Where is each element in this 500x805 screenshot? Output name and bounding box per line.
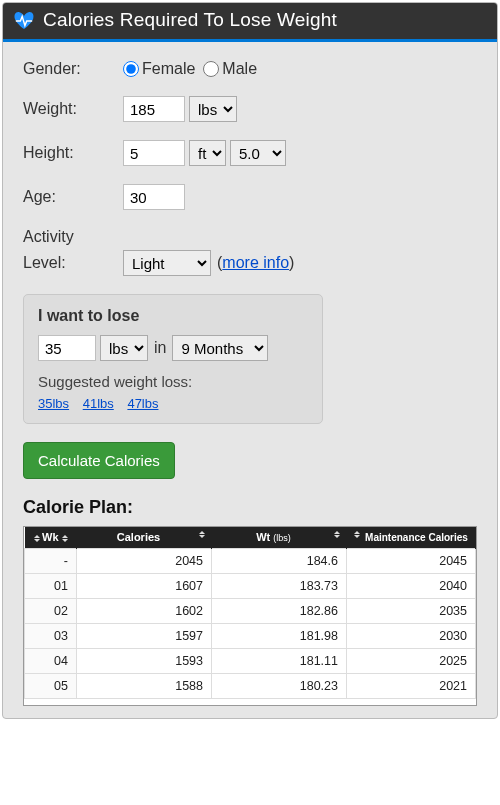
table-cell-wt: 184.6 <box>212 548 347 573</box>
heartbeat-icon <box>13 10 35 30</box>
gender-male-radio[interactable] <box>203 61 219 77</box>
suggested-links: 35lbs 41lbs 47lbs <box>38 396 308 411</box>
weight-input[interactable] <box>123 96 185 122</box>
lose-duration-select[interactable]: 9 Months <box>172 335 268 361</box>
table-row: 021602182.862035 <box>25 598 476 623</box>
table-row: 051588180.232021 <box>25 673 476 698</box>
table-row: 041593181.112025 <box>25 648 476 673</box>
height-row: Height: ft 5.0 <box>23 140 477 166</box>
col-maintenance[interactable]: Maintenance Calories <box>347 527 476 548</box>
age-label: Age: <box>23 188 123 206</box>
table-cell-maint: 2035 <box>347 598 476 623</box>
panel-body: Gender: Female Male Weight: lbs Height: <box>3 42 497 718</box>
lose-unit-select[interactable]: lbs <box>100 335 148 361</box>
panel-header: Calories Required To Lose Weight <box>3 3 497 42</box>
table-row: 011607183.732040 <box>25 573 476 598</box>
table-cell-maint: 2021 <box>347 673 476 698</box>
gender-row: Gender: Female Male <box>23 60 477 78</box>
age-input[interactable] <box>123 184 185 210</box>
activity-row: Level: Light (more info) <box>23 250 477 276</box>
calorie-panel: Calories Required To Lose Weight Gender:… <box>2 2 498 719</box>
gender-female-radio[interactable] <box>123 61 139 77</box>
table-cell-wk: 01 <box>25 573 77 598</box>
col-calories[interactable]: Calories <box>77 527 212 548</box>
table-cell-maint: 2040 <box>347 573 476 598</box>
table-cell-wt: 183.73 <box>212 573 347 598</box>
lose-box: I want to lose lbs in 9 Months Suggested… <box>23 294 323 424</box>
table-cell-cal: 1602 <box>77 598 212 623</box>
col-wk[interactable]: Wk <box>25 527 77 548</box>
weight-row: Weight: lbs <box>23 96 477 122</box>
col-wt[interactable]: Wt (lbs) <box>212 527 347 548</box>
table-cell-wt: 180.23 <box>212 673 347 698</box>
height-minor-select[interactable]: 5.0 <box>230 140 286 166</box>
plan-table-wrap: Wk Calories Wt (lbs) Maintenance Calorie… <box>23 526 477 706</box>
panel-title: Calories Required To Lose Weight <box>43 9 337 31</box>
table-cell-wt: 182.86 <box>212 598 347 623</box>
weight-label: Weight: <box>23 100 123 118</box>
table-cell-cal: 2045 <box>77 548 212 573</box>
plan-title: Calorie Plan: <box>23 497 477 518</box>
gender-label: Gender: <box>23 60 123 78</box>
gender-male-label: Male <box>222 60 257 78</box>
table-cell-wk: - <box>25 548 77 573</box>
table-cell-wk: 02 <box>25 598 77 623</box>
table-row: -2045184.62045 <box>25 548 476 573</box>
age-row: Age: <box>23 184 477 210</box>
plan-table: Wk Calories Wt (lbs) Maintenance Calorie… <box>24 527 476 699</box>
height-label: Height: <box>23 144 123 162</box>
plan-table-scroll[interactable]: Wk Calories Wt (lbs) Maintenance Calorie… <box>24 527 476 705</box>
suggestion-link-2[interactable]: 47lbs <box>127 396 158 411</box>
table-cell-maint: 2025 <box>347 648 476 673</box>
activity-select[interactable]: Light <box>123 250 211 276</box>
table-cell-cal: 1588 <box>77 673 212 698</box>
suggested-label: Suggested weight loss: <box>38 373 308 390</box>
activity-label-line1: Activity <box>23 228 477 246</box>
table-cell-wk: 03 <box>25 623 77 648</box>
lose-row: lbs in 9 Months <box>38 335 308 361</box>
table-header-row: Wk Calories Wt (lbs) Maintenance Calorie… <box>25 527 476 548</box>
table-row: 031597181.982030 <box>25 623 476 648</box>
table-cell-wt: 181.11 <box>212 648 347 673</box>
gender-female-label: Female <box>142 60 195 78</box>
table-cell-cal: 1593 <box>77 648 212 673</box>
table-cell-wk: 05 <box>25 673 77 698</box>
weight-unit-select[interactable]: lbs <box>189 96 237 122</box>
more-info-wrap: (more info) <box>217 254 294 272</box>
lose-in-word: in <box>154 339 166 357</box>
suggestion-link-1[interactable]: 41lbs <box>83 396 114 411</box>
table-cell-maint: 2045 <box>347 548 476 573</box>
table-cell-cal: 1607 <box>77 573 212 598</box>
table-cell-cal: 1597 <box>77 623 212 648</box>
activity-label-line2: Level: <box>23 254 123 272</box>
table-cell-wt: 181.98 <box>212 623 347 648</box>
calculate-button[interactable]: Calculate Calories <box>23 442 175 479</box>
more-info-link[interactable]: more info <box>222 254 289 271</box>
table-cell-maint: 2030 <box>347 623 476 648</box>
table-cell-wk: 04 <box>25 648 77 673</box>
suggestion-link-0[interactable]: 35lbs <box>38 396 69 411</box>
lose-amount-input[interactable] <box>38 335 96 361</box>
height-major-input[interactable] <box>123 140 185 166</box>
height-unit-select[interactable]: ft <box>189 140 226 166</box>
lose-heading: I want to lose <box>38 307 308 325</box>
